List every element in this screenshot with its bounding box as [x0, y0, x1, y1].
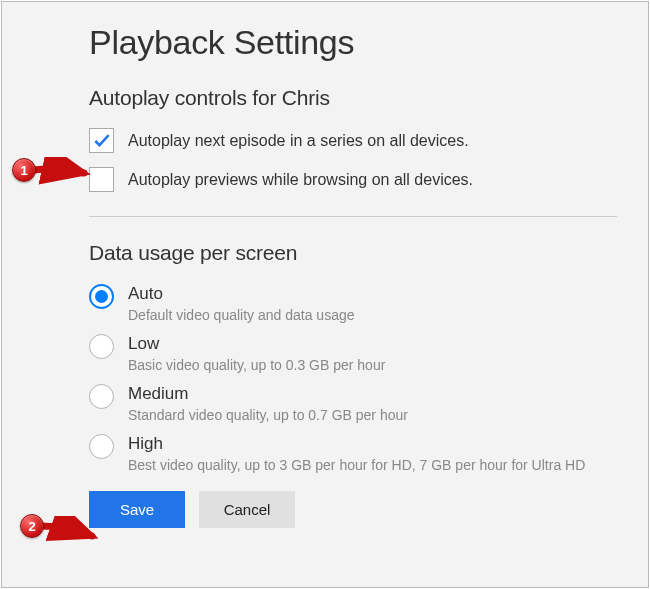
radio-high-label: High — [128, 433, 585, 455]
data-usage-option-low[interactable]: Low Basic video quality, up to 0.3 GB pe… — [89, 333, 617, 373]
autoplay-previews-row[interactable]: Autoplay previews while browsing on all … — [89, 167, 617, 192]
button-row: Save Cancel — [89, 491, 617, 528]
radio-high-desc: Best video quality, up to 3 GB per hour … — [128, 457, 585, 473]
autoplay-heading: Autoplay controls for Chris — [89, 86, 617, 110]
radio-medium[interactable] — [89, 384, 114, 409]
data-usage-option-high[interactable]: High Best video quality, up to 3 GB per … — [89, 433, 617, 473]
radio-low-desc: Basic video quality, up to 0.3 GB per ho… — [128, 357, 385, 373]
annotation-arrow-2 — [40, 516, 102, 546]
radio-low[interactable] — [89, 334, 114, 359]
check-icon — [92, 131, 112, 151]
annotation-badge-1: 1 — [12, 158, 36, 182]
radio-auto-desc: Default video quality and data usage — [128, 307, 355, 323]
data-usage-heading: Data usage per screen — [89, 241, 617, 265]
page-title: Playback Settings — [89, 23, 617, 62]
save-button[interactable]: Save — [89, 491, 185, 528]
radio-high[interactable] — [89, 434, 114, 459]
radio-medium-desc: Standard video quality, up to 0.7 GB per… — [128, 407, 408, 423]
section-divider — [89, 216, 617, 217]
radio-auto-label: Auto — [128, 283, 355, 305]
data-usage-option-auto[interactable]: Auto Default video quality and data usag… — [89, 283, 617, 323]
autoplay-next-episode-checkbox[interactable] — [89, 128, 114, 153]
autoplay-next-episode-row[interactable]: Autoplay next episode in a series on all… — [89, 128, 617, 153]
radio-low-label: Low — [128, 333, 385, 355]
radio-medium-label: Medium — [128, 383, 408, 405]
annotation-arrow-1 — [32, 157, 94, 187]
data-usage-option-medium[interactable]: Medium Standard video quality, up to 0.7… — [89, 383, 617, 423]
autoplay-previews-label: Autoplay previews while browsing on all … — [128, 171, 473, 189]
annotation-badge-2: 2 — [20, 514, 44, 538]
cancel-button[interactable]: Cancel — [199, 491, 295, 528]
radio-auto[interactable] — [89, 284, 114, 309]
autoplay-next-episode-label: Autoplay next episode in a series on all… — [128, 132, 469, 150]
